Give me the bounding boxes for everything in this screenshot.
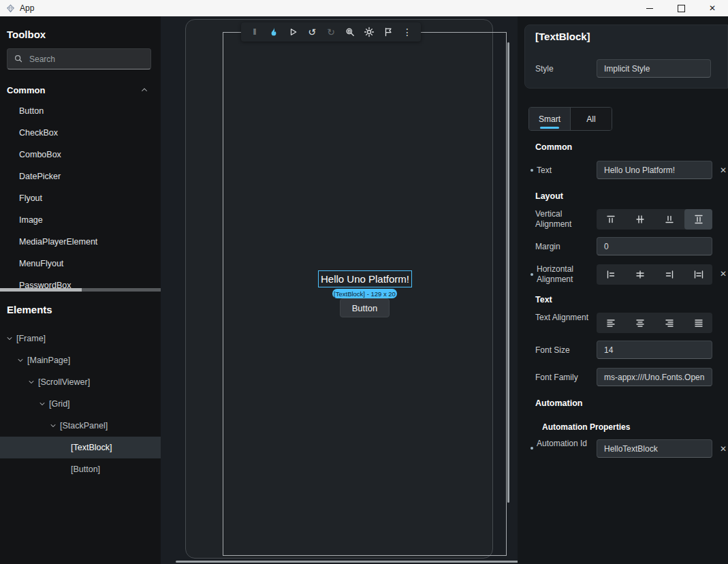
- horizontal-alignment-label: Horizontal Alignment: [537, 264, 594, 285]
- selected-textblock[interactable]: Hello Uno Platform!: [318, 270, 412, 287]
- maximize-button[interactable]: [665, 0, 697, 16]
- toolbox-panel: Toolbox Common Button CheckBox ComboBox …: [0, 16, 161, 564]
- toolbox-item-mediaplayerelement[interactable]: MediaPlayerElement: [0, 231, 161, 253]
- chevron-up-icon: [140, 86, 148, 94]
- tree-item-label: [Button]: [71, 465, 100, 474]
- tree-item-label: [ScrollViewer]: [38, 377, 90, 387]
- halign-stretch-button[interactable]: [684, 264, 712, 285]
- selected-element-title: [TextBlock]: [535, 31, 590, 42]
- halign-right-button[interactable]: [655, 264, 683, 285]
- tree-item-grid[interactable]: [Grid]: [0, 393, 161, 415]
- toolbox-item-menuflyout[interactable]: MenuFlyout: [0, 253, 161, 275]
- tree-item-scrollviewer[interactable]: [ScrollViewer]: [0, 371, 161, 393]
- tree-item-label: [Grid]: [49, 399, 70, 409]
- toolbox-item-passwordbox[interactable]: PasswordBox: [0, 275, 161, 296]
- text-input[interactable]: [597, 161, 712, 179]
- tree-item-frame[interactable]: [Frame]: [0, 328, 161, 349]
- close-button[interactable]: ✕: [697, 0, 728, 16]
- toolbox-item-checkbox[interactable]: CheckBox: [0, 122, 161, 144]
- font-size-label: Font Size: [535, 345, 570, 356]
- tree-item-textblock[interactable]: [TextBlock]: [0, 437, 161, 458]
- reset-horizontal-alignment-button[interactable]: ✕: [720, 267, 728, 281]
- toolbox-item-datepicker[interactable]: DatePicker: [0, 166, 161, 187]
- design-canvas: Hello Uno Platform! [TextBlock] - 129 x …: [161, 16, 518, 564]
- text-label: Text: [537, 166, 552, 176]
- redo-button[interactable]: ↻: [324, 25, 338, 39]
- font-size-input[interactable]: [597, 341, 712, 359]
- window-controls: ✕: [634, 0, 728, 16]
- reset-text-button[interactable]: ✕: [720, 163, 728, 177]
- halign-center-button[interactable]: [626, 264, 654, 285]
- chevron-down-icon[interactable]: [15, 355, 26, 366]
- toolbox-item-button[interactable]: Button: [0, 100, 161, 122]
- inspect-element-icon[interactable]: [343, 25, 357, 39]
- layout-heading: Layout: [535, 191, 563, 201]
- toolbox-scrollbar-thumb[interactable]: [0, 288, 82, 292]
- search-icon: [14, 54, 23, 66]
- chevron-down-icon[interactable]: [48, 420, 59, 431]
- close-icon: ✕: [709, 4, 716, 12]
- valign-top-button[interactable]: [597, 209, 624, 230]
- active-tab-underline: [540, 127, 559, 129]
- text-align-right-button[interactable]: [655, 313, 683, 333]
- reset-automation-id-button[interactable]: ✕: [720, 442, 728, 456]
- canvas-vertical-scrollbar[interactable]: [507, 42, 509, 503]
- app-title: App: [20, 3, 34, 13]
- text-align-left-button[interactable]: [597, 313, 624, 333]
- toolbox-scrollbar-track[interactable]: [0, 288, 161, 292]
- chevron-down-icon[interactable]: [4, 333, 15, 344]
- search-input[interactable]: [7, 48, 151, 69]
- titlebar: App ✕: [0, 0, 728, 16]
- modified-indicator-dot: [531, 169, 533, 172]
- inspector-tabs: Smart All: [528, 107, 612, 131]
- valign-center-button[interactable]: [626, 209, 654, 230]
- common-heading: Common: [535, 142, 572, 152]
- minimize-button[interactable]: [634, 0, 665, 16]
- tree-item-label: [StackPanel]: [60, 421, 108, 430]
- canvas-button-control[interactable]: Button: [340, 298, 390, 317]
- tab-all[interactable]: All: [570, 108, 612, 130]
- text-align-justify-button[interactable]: [684, 313, 712, 333]
- selection-size-badge: [TextBlock] - 129 x 20: [332, 289, 397, 298]
- margin-label: Margin: [535, 242, 560, 252]
- toolbox-item-image[interactable]: Image: [0, 209, 161, 231]
- tree-item-stackpanel[interactable]: [StackPanel]: [0, 415, 161, 437]
- section-common-label: Common: [7, 85, 45, 95]
- automation-heading: Automation: [535, 398, 582, 408]
- style-label: Style: [535, 64, 554, 74]
- tree-indent-spacer: [59, 442, 69, 453]
- text-alignment-label: Text Alignment: [535, 313, 592, 323]
- drag-handle-icon[interactable]: ‖: [248, 25, 262, 39]
- toolbox-section-common[interactable]: Common: [0, 80, 161, 100]
- horizontal-alignment-group: [597, 264, 712, 285]
- toolbox-item-combobox[interactable]: ComboBox: [0, 144, 161, 166]
- minimize-icon: [646, 8, 653, 9]
- modified-indicator-dot: [531, 273, 533, 276]
- tree-item-button[interactable]: [Button]: [0, 458, 161, 480]
- toolbox-item-flyout[interactable]: Flyout: [0, 187, 161, 209]
- automation-id-input[interactable]: [597, 439, 712, 458]
- vertical-alignment-label: Vertical Alignment: [535, 209, 592, 230]
- app-logo-icon: [6, 4, 15, 13]
- theme-toggle-icon[interactable]: [362, 25, 376, 39]
- maximize-icon: [678, 5, 685, 12]
- more-options-button[interactable]: ⋮: [400, 25, 414, 39]
- chevron-down-icon[interactable]: [26, 377, 37, 388]
- tab-smart[interactable]: Smart: [529, 108, 570, 130]
- margin-input[interactable]: [597, 237, 712, 255]
- text-align-center-button[interactable]: [626, 313, 654, 333]
- hot-reload-flame-icon[interactable]: [267, 25, 281, 39]
- flag-icon[interactable]: [381, 25, 395, 39]
- undo-button[interactable]: ↺: [305, 25, 319, 39]
- valign-bottom-button[interactable]: [655, 209, 683, 230]
- device-frame: Hello Uno Platform! [TextBlock] - 129 x …: [185, 19, 493, 559]
- text-section-heading: Text: [535, 295, 552, 304]
- style-input[interactable]: [597, 59, 711, 78]
- halign-left-button[interactable]: [597, 264, 624, 285]
- play-button[interactable]: [286, 25, 300, 39]
- chevron-down-icon[interactable]: [37, 398, 48, 409]
- tree-item-mainpage[interactable]: [MainPage]: [0, 349, 161, 371]
- valign-stretch-button[interactable]: [684, 209, 712, 230]
- textblock-text: Hello Uno Platform!: [321, 273, 409, 285]
- font-family-input[interactable]: [597, 368, 712, 386]
